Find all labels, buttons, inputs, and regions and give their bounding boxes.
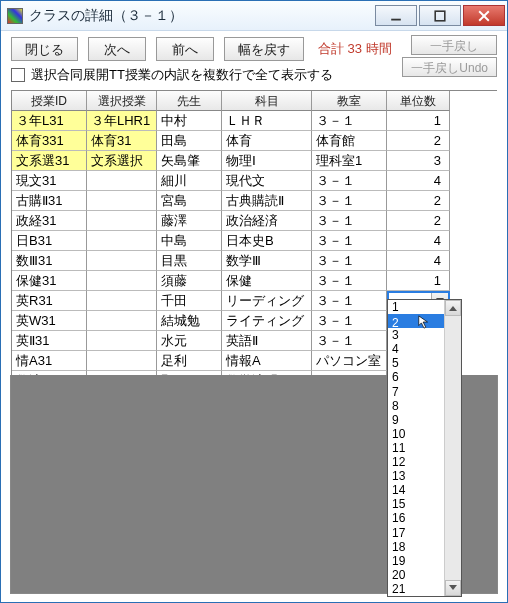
col-header[interactable]: 授業ID	[12, 91, 87, 111]
table-cell[interactable]: 古購Ⅱ31	[12, 191, 87, 211]
dropdown-item[interactable]: 6	[388, 370, 444, 384]
table-cell[interactable]: ３－１	[312, 111, 387, 131]
table-cell[interactable]: 日本史B	[222, 231, 312, 251]
table-cell[interactable]: 情A31	[12, 351, 87, 371]
table-cell[interactable]: 古典購読Ⅱ	[222, 191, 312, 211]
table-cell[interactable]: 千田	[157, 291, 222, 311]
table-cell[interactable]: 数Ⅲ31	[12, 251, 87, 271]
dropdown-item[interactable]: 13	[388, 469, 444, 483]
table-cell[interactable]: 英語Ⅱ	[222, 331, 312, 351]
dropdown-item[interactable]: 5	[388, 356, 444, 370]
table-cell[interactable]	[87, 311, 157, 331]
units-dropdown[interactable]: 123456789101112131415161718192021	[387, 299, 462, 597]
table-cell[interactable]: 足利	[157, 351, 222, 371]
col-header[interactable]: 選択授業	[87, 91, 157, 111]
table-cell[interactable]: 2	[387, 191, 450, 211]
table-cell[interactable]: 現代文	[222, 171, 312, 191]
dropdown-item[interactable]: 19	[388, 554, 444, 568]
dropdown-item[interactable]: 10	[388, 427, 444, 441]
next-button[interactable]: 次へ	[88, 37, 146, 61]
undo-button[interactable]: 一手戻し	[411, 35, 497, 55]
scroll-down-button[interactable]	[445, 580, 461, 596]
table-cell[interactable]: 目黒	[157, 251, 222, 271]
dropdown-item[interactable]: 20	[388, 568, 444, 582]
dropdown-item[interactable]: 9	[388, 413, 444, 427]
table-cell[interactable]: 情報A	[222, 351, 312, 371]
table-cell[interactable]: 田島	[157, 131, 222, 151]
col-header[interactable]: 先生	[157, 91, 222, 111]
table-cell[interactable]: 4	[387, 231, 450, 251]
table-cell[interactable]: ３－１	[312, 171, 387, 191]
table-cell[interactable]: 須藤	[157, 271, 222, 291]
table-cell[interactable]	[87, 291, 157, 311]
table-cell[interactable]	[87, 271, 157, 291]
table-cell[interactable]	[87, 211, 157, 231]
dropdown-item[interactable]: 21	[388, 582, 444, 596]
prev-button[interactable]: 前へ	[156, 37, 214, 61]
table-cell[interactable]: 4	[387, 171, 450, 191]
table-cell[interactable]: ３年LHR1	[87, 111, 157, 131]
col-header[interactable]: 教室	[312, 91, 387, 111]
dropdown-item[interactable]: 16	[388, 511, 444, 525]
table-cell[interactable]: 現文31	[12, 171, 87, 191]
table-cell[interactable]: 中村	[157, 111, 222, 131]
table-cell[interactable]: 体育館	[312, 131, 387, 151]
table-cell[interactable]: 文系選31	[12, 151, 87, 171]
table-cell[interactable]: ３－１	[312, 271, 387, 291]
table-cell[interactable]: 4	[387, 251, 450, 271]
table-cell[interactable]: ３－１	[312, 211, 387, 231]
table-cell[interactable]: ３－１	[312, 191, 387, 211]
col-header[interactable]: 単位数	[387, 91, 450, 111]
dropdown-item[interactable]: 2	[388, 314, 444, 328]
table-cell[interactable]: 数学Ⅲ	[222, 251, 312, 271]
scroll-up-button[interactable]	[445, 300, 461, 316]
table-cell[interactable]: ３－１	[312, 251, 387, 271]
table-cell[interactable]	[87, 171, 157, 191]
table-cell[interactable]: 英W31	[12, 311, 87, 331]
table-cell[interactable]: ３－１	[312, 331, 387, 351]
table-cell[interactable]: 結城勉	[157, 311, 222, 331]
table-cell[interactable]: 宮島	[157, 191, 222, 211]
table-cell[interactable]: 1	[387, 271, 450, 291]
dropdown-item[interactable]: 14	[388, 483, 444, 497]
table-cell[interactable]: 英R31	[12, 291, 87, 311]
table-cell[interactable]: ３－１	[312, 311, 387, 331]
reset-width-button[interactable]: 幅を戻す	[224, 37, 304, 61]
table-cell[interactable]	[87, 191, 157, 211]
minimize-button[interactable]	[375, 5, 417, 26]
dropdown-item[interactable]: 4	[388, 342, 444, 356]
table-cell[interactable]: ３年L31	[12, 111, 87, 131]
table-cell[interactable]: ３－１	[312, 231, 387, 251]
dropdown-item[interactable]: 8	[388, 399, 444, 413]
table-cell[interactable]	[87, 351, 157, 371]
col-header[interactable]: 科目	[222, 91, 312, 111]
table-cell[interactable]: 理科室1	[312, 151, 387, 171]
dropdown-item[interactable]: 7	[388, 385, 444, 399]
multiline-checkbox[interactable]	[11, 68, 25, 82]
table-cell[interactable]	[87, 331, 157, 351]
table-cell[interactable]: 3	[387, 151, 450, 171]
dropdown-item[interactable]: 15	[388, 497, 444, 511]
dropdown-item[interactable]: 12	[388, 455, 444, 469]
table-cell[interactable]	[87, 231, 157, 251]
table-cell[interactable]: ＬＨＲ	[222, 111, 312, 131]
table-cell[interactable]: リーディング	[222, 291, 312, 311]
dropdown-item[interactable]: 18	[388, 540, 444, 554]
table-cell[interactable]: 2	[387, 211, 450, 231]
table-cell[interactable]: 保健	[222, 271, 312, 291]
table-cell[interactable]: 体育	[222, 131, 312, 151]
maximize-button[interactable]	[419, 5, 461, 26]
table-cell[interactable]: 2	[387, 131, 450, 151]
table-cell[interactable]: 政経31	[12, 211, 87, 231]
table-cell[interactable]: 物理Ⅰ	[222, 151, 312, 171]
table-cell[interactable]: 体育331	[12, 131, 87, 151]
table-cell[interactable]: 藤澤	[157, 211, 222, 231]
dropdown-item[interactable]: 1	[388, 300, 444, 314]
table-cell[interactable]: ライティング	[222, 311, 312, 331]
table-cell[interactable]: 英Ⅱ31	[12, 331, 87, 351]
close-window-button[interactable]	[463, 5, 505, 26]
close-button[interactable]: 閉じる	[11, 37, 78, 61]
table-cell[interactable]	[87, 251, 157, 271]
table-cell[interactable]: 保健31	[12, 271, 87, 291]
undo2-button[interactable]: 一手戻しUndo	[402, 57, 497, 77]
